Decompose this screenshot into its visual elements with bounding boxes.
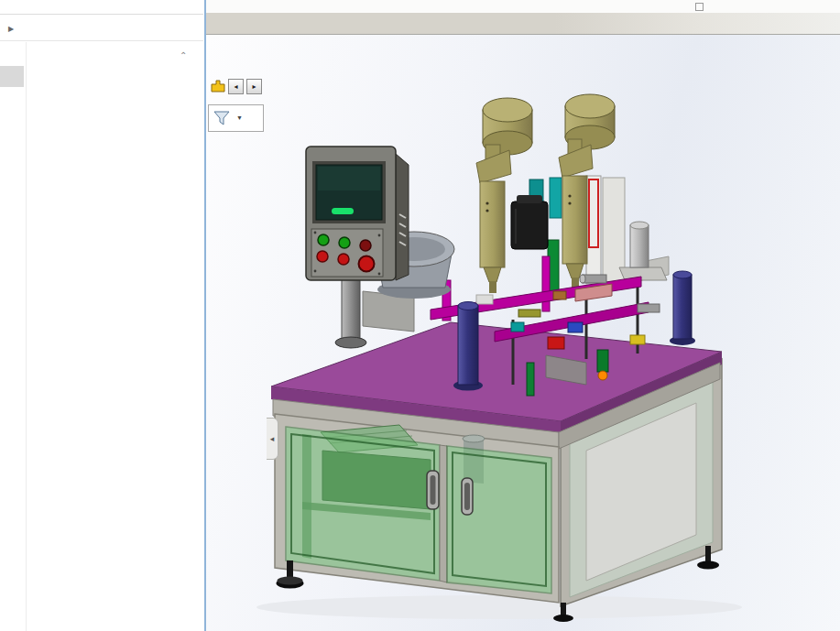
navy-cylinder-right [670,271,695,345]
filter-funnel-icon [213,109,231,127]
file-list [26,73,203,631]
tree-back-button[interactable]: ◂ [228,79,244,94]
door-handle-right [462,478,473,515]
explorer-toolbar [0,0,203,15]
button-green-1[interactable] [318,234,329,245]
floor-shadow [256,595,742,619]
panel-collapse-tab[interactable]: ◂ [267,418,278,460]
button-green-2[interactable] [339,237,350,248]
divider [0,40,203,41]
machine-3d-view [206,35,840,631]
nav-selected-row[interactable] [0,66,24,87]
feature-manager-panel: ◂ ▸ ▼ [208,71,267,631]
command-tabs-bar [206,13,840,35]
magenta-column-1 [542,256,550,311]
door-glass-left [286,427,440,581]
motor [511,195,548,249]
graphics-viewport[interactable]: ◂ ▸ ▼ ◂ [206,35,840,631]
button-red-2[interactable] [338,254,349,265]
cabinet-base [271,322,722,606]
screen-status-bar [332,208,354,214]
filter-dropdown-caret[interactable]: ▼ [236,114,243,121]
button-red-1[interactable] [317,251,328,262]
solidworks-window: ◂ ▸ ▼ ◂ [204,0,840,631]
command-manager-partial [206,0,840,13]
explorer-nav-strip [0,42,27,631]
orange-indicator [598,371,607,380]
chevron-up-icon[interactable]: ⌃ [180,50,187,60]
column-header-row[interactable]: ⌃ [26,50,203,69]
explorer-root-item[interactable]: ▶ [0,22,203,39]
door-handle-left [427,471,439,509]
feature-manager-toolbar: ◂ ▸ [210,73,265,103]
navy-cylinder-left [453,302,483,391]
door-glass-right [447,446,551,593]
tree-forward-button[interactable]: ▸ [246,79,262,94]
button-darkred[interactable] [360,240,371,251]
expand-arrow-icon[interactable]: ▶ [8,25,14,33]
gray-cylinder [619,222,669,280]
explorer-window: ▶ ⌃ [0,0,203,631]
button-emergency[interactable] [359,256,375,272]
small-square-glyph [695,3,704,11]
tree-filter-box[interactable]: ▼ [208,104,264,132]
assembly-icon [210,77,226,93]
feature-tree-rows [208,136,267,631]
